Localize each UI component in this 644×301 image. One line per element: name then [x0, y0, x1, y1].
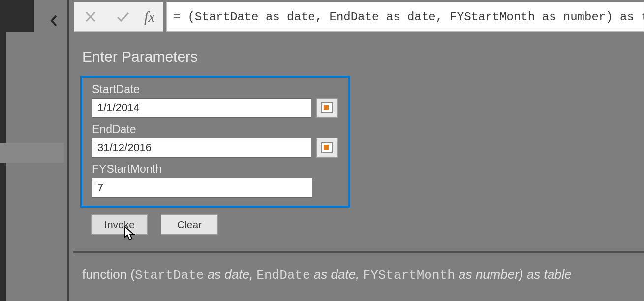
confirm-formula-button[interactable] [107, 2, 139, 32]
fystartmonth-input[interactable] [92, 178, 312, 198]
param-group-fystartmonth: FYStartMonth [92, 163, 338, 198]
param-group-startdate: StartDate [92, 83, 338, 118]
clear-button[interactable]: Clear [161, 214, 218, 235]
chevron-left-icon [49, 14, 58, 28]
left-sidebar [0, 0, 64, 301]
enddate-calendar-button[interactable] [316, 138, 338, 158]
signature-param3: FYStartMonth [363, 268, 455, 283]
cancel-formula-button[interactable] [74, 2, 107, 32]
formula-bar: fx = (StartDate as date, EndDate as date… [74, 2, 644, 32]
startdate-calendar-button[interactable] [316, 98, 338, 118]
main-area: fx = (StartDate as date, EndDate as date… [69, 0, 644, 301]
params-box: StartDate EndDate FYStartMonth [80, 76, 350, 208]
param-label: FYStartMonth [92, 163, 338, 176]
calendar-icon [321, 102, 333, 113]
invoke-button[interactable]: Invoke [91, 214, 148, 235]
close-icon [84, 10, 97, 23]
buttons-row: Invoke Clear [91, 214, 218, 235]
sidebar-selected-tab[interactable] [0, 143, 64, 163]
collapse-sidebar-button[interactable] [49, 14, 58, 31]
enddate-input[interactable] [92, 138, 311, 158]
formula-input[interactable]: = (StartDate as date, EndDate as date, F… [166, 2, 644, 32]
fx-label: fx [139, 8, 163, 25]
signature-type1: as date, [204, 267, 256, 282]
signature-type3: as number) as table [455, 267, 572, 282]
formula-button-group: fx [74, 2, 163, 32]
sidebar-dark-strip [0, 32, 6, 301]
param-label: StartDate [92, 83, 338, 96]
signature-prefix: function ( [82, 267, 135, 282]
params-title: Enter Parameters [82, 48, 198, 65]
param-label: EndDate [92, 123, 338, 136]
signature-param2: EndDate [256, 268, 310, 283]
check-icon [116, 10, 130, 23]
sidebar-dark-corner [0, 0, 34, 32]
startdate-input[interactable] [92, 98, 311, 118]
horizontal-divider [73, 251, 644, 253]
signature-param1: StartDate [135, 268, 204, 283]
param-group-enddate: EndDate [92, 123, 338, 158]
calendar-icon [321, 142, 333, 153]
function-signature: function (StartDate as date, EndDate as … [82, 267, 572, 283]
signature-type2: as date, [310, 267, 363, 282]
